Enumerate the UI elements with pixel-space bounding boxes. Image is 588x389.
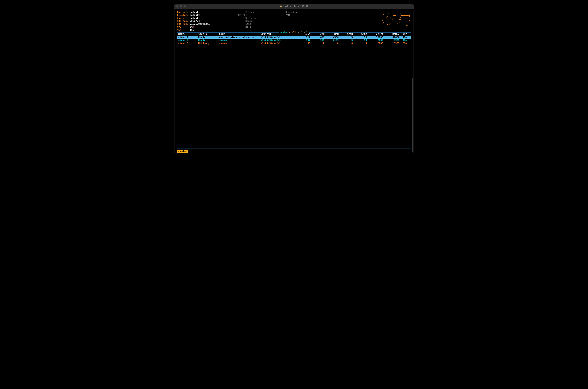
hint-key bbox=[284, 14, 285, 16]
hint-row[interactable]: Help bbox=[237, 25, 284, 28]
hint-label: YAML bbox=[285, 14, 291, 16]
cell-version: v1.25.9+rke2r1 bbox=[261, 36, 296, 39]
nodes-table-title: Nodes(all)[3] bbox=[177, 31, 411, 34]
k8srev-value: v1.25.9+rke2r1 bbox=[190, 23, 210, 25]
table-body: cloud-1Readycontrol-plane,etcd,masterv1.… bbox=[177, 36, 411, 45]
table-row[interactable]: cloud-2Ready<none>v1.25.9+rke2r110711921… bbox=[177, 39, 411, 42]
hint-key bbox=[237, 25, 245, 28]
hint-label: Uncordon bbox=[285, 11, 297, 13]
hint-label: Drain bbox=[245, 20, 252, 22]
mem-value: 16% bbox=[190, 29, 194, 31]
cell-status: Ready bbox=[198, 39, 219, 42]
nodes-table-wrap: Nodes(all)[3] NAME↑ STATUS ROLE VERSION … bbox=[177, 32, 411, 149]
cell-role: <none> bbox=[219, 42, 261, 45]
title-paren-close: ) bbox=[297, 31, 300, 34]
context-value: default bbox=[190, 11, 200, 13]
cell-pods: 63 bbox=[296, 42, 310, 45]
user-label: User: bbox=[177, 17, 184, 19]
scrollbar[interactable] bbox=[412, 78, 413, 152]
cell-cpu: 119 bbox=[310, 39, 324, 42]
mem-label: MEM: bbox=[177, 29, 183, 31]
hint-label: Describe bbox=[245, 17, 257, 19]
cell-name: cloud-2 bbox=[178, 39, 198, 42]
cell-mem: 0 bbox=[324, 42, 339, 45]
hints-col-1: Cordon Delete Describe Drain Edit Help bbox=[237, 11, 284, 32]
hint-row[interactable]: Describe bbox=[237, 17, 284, 20]
cell-pcpu: 3 bbox=[339, 36, 353, 39]
hint-key bbox=[237, 14, 238, 16]
hint-row[interactable]: Edit bbox=[237, 23, 284, 25]
hint-label: Cordon bbox=[245, 11, 254, 13]
k9srev-label: K9s Rev: bbox=[177, 20, 189, 22]
hint-key bbox=[284, 11, 285, 13]
hint-label: Edit bbox=[245, 23, 251, 25]
hint-row[interactable]: Uncordon bbox=[284, 11, 331, 14]
user-value: default bbox=[190, 17, 200, 19]
cluster-info: Context: default Cluster: default User: … bbox=[177, 11, 237, 32]
context-label: Context: bbox=[177, 11, 189, 13]
hint-key bbox=[237, 23, 245, 25]
cell-cpua: 16000 bbox=[367, 36, 383, 39]
cell-cpu: 0 bbox=[310, 42, 324, 45]
table-row[interactable]: cloud-1Readycontrol-plane,etcd,masterv1.… bbox=[177, 36, 411, 39]
terminal-window: 📁 .ssh — k9s — 191×51 ____ __ ________ |… bbox=[174, 4, 414, 154]
hint-key bbox=[237, 20, 245, 22]
cpu-value: 3% bbox=[190, 25, 193, 28]
title-all: all bbox=[291, 31, 297, 34]
cell-status: Ready bbox=[198, 36, 219, 39]
cell-pods: 117 bbox=[296, 36, 310, 39]
title-count: 3 bbox=[303, 31, 306, 34]
cell-mema: 3923 bbox=[383, 42, 399, 45]
title-brack-open: [ bbox=[300, 31, 303, 34]
hint-label: Help bbox=[245, 25, 251, 28]
cell-cpua: 2000 bbox=[367, 42, 383, 45]
hint-label: Delete bbox=[238, 14, 247, 16]
k9srev-value: v0.27.4 bbox=[190, 20, 200, 22]
cell-version: v1.25.9+rke2r1 bbox=[261, 39, 296, 42]
hint-row[interactable]: Drain bbox=[237, 20, 284, 23]
nodes-table[interactable]: NAME↑ STATUS ROLE VERSION PODS CPU MEM %… bbox=[177, 32, 411, 149]
cell-age: 28m bbox=[399, 42, 407, 45]
cluster-value: default bbox=[190, 14, 200, 16]
cell-mem: 4380 bbox=[324, 36, 339, 39]
cell-mema: 31838 bbox=[383, 36, 399, 39]
hint-row[interactable]: Delete bbox=[237, 14, 284, 17]
cell-pmem: 13 bbox=[353, 36, 367, 39]
hint-key bbox=[237, 11, 245, 13]
folder-icon: 📁 bbox=[280, 5, 282, 8]
title-brack-close: ] bbox=[306, 31, 308, 34]
cell-pcpu: 5 bbox=[339, 39, 353, 42]
cell-pcpu: 0 bbox=[339, 42, 353, 45]
cell-age: 40m bbox=[399, 36, 407, 39]
window-title-text: .ssh — k9s — 191×51 bbox=[283, 5, 308, 8]
breadcrumb-node[interactable]: <node> bbox=[177, 150, 188, 153]
cell-role: control-plane,etcd,master bbox=[219, 36, 261, 39]
cpu-label: CPU: bbox=[177, 25, 183, 28]
cell-age: 31m bbox=[399, 39, 407, 42]
cell-status: NotReady bbox=[198, 42, 219, 45]
cell-mem: 2101 bbox=[324, 39, 339, 42]
title-nodes: Nodes bbox=[280, 31, 288, 34]
cell-pmem: 0 bbox=[353, 42, 367, 45]
hints-col-2: Uncordon YAML bbox=[284, 11, 331, 32]
hint-key bbox=[237, 17, 245, 19]
hint-row[interactable]: Cordon bbox=[237, 11, 284, 14]
cell-name: cloud-3 bbox=[178, 42, 198, 45]
terminal-content[interactable]: ____ __ ________ | |/ / __ \______ | /\_… bbox=[174, 9, 414, 154]
cell-cpu: 481 bbox=[310, 36, 324, 39]
cell-mema: 3923 bbox=[383, 39, 399, 42]
hint-row[interactable]: YAML bbox=[284, 14, 331, 17]
k9s-ascii-logo: ____ __ ________ | |/ / __ \______ | /\_… bbox=[374, 10, 410, 27]
cell-version: v1.25.9+rke2r1 bbox=[261, 42, 296, 45]
cell-name: cloud-1 bbox=[178, 36, 198, 39]
cell-pods: 107 bbox=[296, 39, 310, 42]
table-row[interactable]: cloud-3NotReady<none>v1.25.9+rke2r163000… bbox=[177, 42, 411, 45]
cell-cpua: 2000 bbox=[367, 39, 383, 42]
window-title: 📁 .ssh — k9s — 191×51 bbox=[174, 5, 414, 8]
titlebar[interactable]: 📁 .ssh — k9s — 191×51 bbox=[174, 4, 414, 9]
title-paren-open: ( bbox=[288, 31, 291, 34]
cluster-label: Cluster: bbox=[177, 14, 189, 16]
cpu-arrow-icon: ↑ bbox=[193, 25, 194, 28]
k8srev-label: K8s Rev: bbox=[177, 23, 189, 25]
cell-pmem: 53 bbox=[353, 39, 367, 42]
